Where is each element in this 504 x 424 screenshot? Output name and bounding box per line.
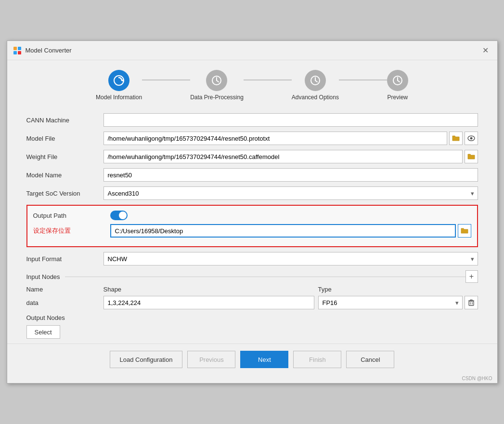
model-file-folder-btn[interactable] [449, 132, 463, 145]
step-connector-2 [244, 80, 292, 80]
target-soc-select[interactable]: Ascend310 Ascend910 [103, 186, 478, 200]
svg-line-11 [315, 80, 317, 82]
title-bar-left: Model Converter [13, 46, 72, 55]
svg-point-16 [470, 137, 472, 140]
svg-rect-0 [13, 47, 17, 50]
output-path-toggle[interactable] [110, 211, 128, 220]
step-connector-1 [142, 80, 190, 80]
output-nodes-section: Output Nodes Select [26, 314, 478, 339]
weight-file-label: Weight File [26, 153, 103, 160]
step-icon-inactive-2 [310, 75, 321, 86]
model-name-input[interactable] [103, 168, 478, 182]
window-title: Model Converter [26, 47, 72, 54]
step-connector-3 [339, 80, 387, 80]
svg-rect-2 [13, 51, 17, 54]
weight-file-row: Weight File [26, 150, 478, 163]
step-circle-advanced [305, 70, 326, 91]
model-name-row: Model Name [26, 168, 478, 182]
delete-node-button[interactable] [465, 296, 478, 309]
previous-button[interactable]: Previous [187, 351, 235, 368]
cann-machine-row: CANN Machine [26, 113, 478, 127]
input-nodes-line: Input Nodes + [26, 270, 478, 283]
svg-rect-1 [18, 47, 21, 50]
bottom-bar: Load Configuration Previous Next Finish … [7, 344, 497, 375]
step-circle-model-info [108, 70, 129, 91]
step-label-preview: Preview [388, 94, 408, 101]
app-icon [13, 46, 22, 55]
toggle-knob [119, 212, 127, 219]
load-config-button[interactable]: Load Configuration [110, 351, 183, 368]
step-model-info: Model Information [96, 70, 142, 101]
select-output-nodes-button[interactable]: Select [26, 325, 60, 339]
eye-icon [467, 135, 475, 141]
step-icon-active [113, 75, 125, 86]
input-node-row-0: data FP16 FP32 INT8 INT32 UINT8 ▾ [26, 296, 478, 309]
model-name-label: Model Name [26, 172, 103, 179]
node-type-select[interactable]: FP16 FP32 INT8 INT32 UINT8 [318, 296, 463, 309]
step-circle-preview [387, 70, 408, 91]
target-soc-label: Target SoC Version [26, 190, 103, 197]
target-soc-row: Target SoC Version Ascend310 Ascend910 ▾ [26, 186, 478, 200]
input-nodes-divider [65, 277, 465, 277]
output-nodes-controls: Select [26, 325, 478, 339]
input-format-select-wrapper: NCHW NHWC ND ▾ [103, 252, 478, 265]
next-button[interactable]: Next [240, 351, 288, 368]
add-input-node-button[interactable]: + [465, 270, 478, 283]
model-file-input[interactable] [103, 132, 447, 145]
model-converter-window: Model Converter ✕ Model Information [7, 40, 498, 384]
target-soc-select-wrapper: Ascend310 Ascend910 ▾ [103, 186, 478, 200]
output-nodes-label: Output Nodes [26, 314, 65, 321]
svg-line-14 [398, 80, 400, 82]
input-format-select[interactable]: NCHW NHWC ND [103, 252, 478, 265]
node-type-select-wrapper: FP16 FP32 INT8 INT32 UINT8 ▾ [318, 296, 463, 309]
cann-machine-input[interactable] [103, 113, 478, 127]
folder-icon-3 [461, 227, 468, 234]
step-label-advanced: Advanced Options [292, 94, 339, 101]
title-bar: Model Converter ✕ [7, 41, 497, 60]
finish-button[interactable]: Finish [293, 351, 341, 368]
input-nodes-label: Input Nodes [26, 273, 60, 280]
watermark: CSDN @HKO [7, 375, 497, 383]
col-header-shape: Shape [103, 286, 314, 293]
cancel-button[interactable]: Cancel [346, 351, 394, 368]
form-area: CANN Machine Model File [7, 108, 497, 344]
close-button[interactable]: ✕ [479, 45, 491, 56]
node-shape-input[interactable] [103, 296, 314, 309]
svg-rect-17 [469, 301, 474, 305]
output-path-input[interactable] [110, 224, 456, 238]
input-nodes-headers: Name Shape Type [26, 286, 478, 293]
weight-file-folder-btn[interactable] [465, 150, 478, 163]
folder-icon [452, 135, 460, 142]
node-name-value: data [26, 299, 103, 306]
folder-icon-2 [467, 153, 475, 160]
input-format-label: Input Format [26, 255, 103, 263]
step-advanced: Advanced Options [292, 70, 339, 101]
step-preview: Preview [387, 70, 408, 101]
model-file-label: Model File [26, 135, 103, 142]
svg-rect-19 [470, 300, 472, 301]
step-circle-data-pre [206, 70, 227, 91]
weight-file-input[interactable] [103, 150, 463, 163]
step-data-pre: Data Pre-Processing [190, 70, 244, 101]
model-file-row: Model File [26, 132, 478, 145]
col-header-type: Type [314, 286, 478, 293]
weight-file-input-group [103, 150, 478, 163]
step-label-data-pre: Data Pre-Processing [190, 94, 244, 101]
input-nodes-section-row: Input Nodes + [26, 270, 478, 283]
output-nodes-section-row: Output Nodes [26, 314, 478, 321]
svg-rect-3 [18, 51, 21, 54]
output-path-section: Output Path 设定保存位置 [26, 205, 478, 247]
output-path-input-group [110, 224, 471, 238]
cann-machine-label: CANN Machine [26, 117, 103, 124]
model-file-input-group [103, 132, 478, 145]
output-path-toggle-row: Output Path [33, 211, 471, 220]
node-type-wrapper: FP16 FP32 INT8 INT32 UINT8 ▾ [314, 296, 478, 309]
step-label-model-info: Model Information [96, 94, 142, 101]
output-path-folder-btn[interactable] [458, 224, 471, 238]
input-format-row: Input Format NCHW NHWC ND ▾ [26, 252, 478, 265]
stepper: Model Information Data Pre-Processing [7, 60, 497, 108]
output-path-chinese-label: 设定保存位置 [33, 226, 110, 235]
model-file-eye-btn[interactable] [465, 132, 478, 145]
output-path-label: Output Path [33, 212, 110, 219]
step-icon-inactive-1 [211, 75, 222, 86]
